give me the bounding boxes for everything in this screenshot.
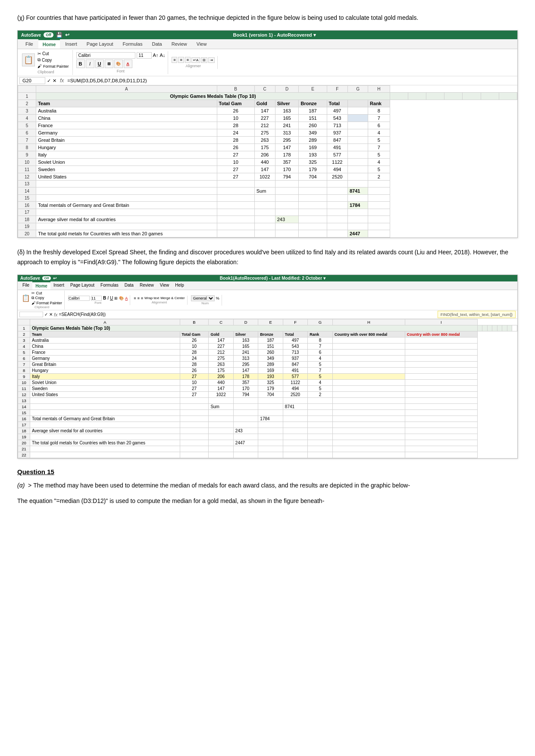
cell2-D18[interactable]: 243 xyxy=(233,428,258,434)
col-header-C[interactable]: C xyxy=(254,86,275,93)
cell-D18[interactable]: 243 xyxy=(275,216,299,223)
cell2-H9[interactable] xyxy=(332,374,405,380)
cell-G6[interactable] xyxy=(348,129,368,137)
cell2-D22[interactable] xyxy=(233,452,258,458)
cell2-H17[interactable] xyxy=(332,422,405,428)
cell2-I17[interactable] xyxy=(405,422,477,428)
undo-icon[interactable]: ↩ xyxy=(65,32,69,38)
cell2-A6[interactable]: Germany xyxy=(30,356,180,362)
table-row[interactable]: 15 xyxy=(18,410,517,416)
cell-G19[interactable] xyxy=(348,223,368,230)
cell2-A4[interactable]: China xyxy=(30,344,180,350)
cell-E5[interactable]: 260 xyxy=(299,122,327,129)
cross-icon[interactable]: ✕ xyxy=(53,78,56,84)
cell2-B12[interactable]: 27 xyxy=(180,392,209,398)
cell2-B13[interactable] xyxy=(180,398,209,404)
cell2-I10[interactable] xyxy=(405,380,477,386)
cell2-G18[interactable] xyxy=(308,428,332,434)
col-header-H[interactable]: H xyxy=(368,86,390,93)
cell2-H11[interactable] xyxy=(332,386,405,392)
cell-A16[interactable]: Total mentals of Germany and Great Brita… xyxy=(36,202,217,209)
cell2-F14[interactable]: 8741 xyxy=(283,404,307,410)
cell2-A3[interactable]: Australia xyxy=(30,337,180,344)
cell2-H3[interactable] xyxy=(332,337,405,344)
fill-color-btn2[interactable]: 🎨 xyxy=(119,296,124,300)
cell2-H12[interactable] xyxy=(332,392,405,398)
font-grow-icon[interactable]: A↑ xyxy=(153,53,159,58)
cell-E6[interactable]: 349 xyxy=(299,129,327,137)
cell2-D5[interactable]: 241 xyxy=(233,350,258,356)
cell-F7[interactable]: 847 xyxy=(327,137,347,144)
cell2-I5[interactable] xyxy=(405,350,477,356)
cell2-G9[interactable]: 5 xyxy=(308,374,332,380)
cell-B2[interactable]: Total Gam xyxy=(217,100,254,107)
cell2-I21[interactable] xyxy=(405,446,477,452)
align-left-button[interactable]: ≡ xyxy=(172,57,177,63)
cell2-C11[interactable]: 147 xyxy=(209,386,233,392)
cell2-D20[interactable]: 2447 xyxy=(233,440,258,446)
cell-A8[interactable]: Hungary xyxy=(36,144,217,151)
cell-C5[interactable]: 212 xyxy=(254,122,275,129)
col-header2-H[interactable]: H xyxy=(332,319,405,325)
cell2-F12[interactable]: 2520 xyxy=(283,392,307,398)
table-row[interactable]: 18Average silver medal for all countries… xyxy=(18,216,517,223)
cell-F15[interactable] xyxy=(327,195,347,202)
cell-G17[interactable] xyxy=(348,209,368,216)
cell-B15[interactable] xyxy=(217,195,254,202)
cell2-C4[interactable]: 227 xyxy=(209,344,233,350)
cell2-H21[interactable] xyxy=(332,446,405,452)
cell2-F17[interactable] xyxy=(283,422,307,428)
cell-H2[interactable]: Rank xyxy=(368,100,390,107)
cell2-C6[interactable]: 275 xyxy=(209,356,233,362)
cell-B9[interactable]: 27 xyxy=(217,151,254,159)
font-size2[interactable] xyxy=(91,296,102,301)
cell-B12[interactable]: 27 xyxy=(217,173,254,181)
cell2-B9[interactable]: 27 xyxy=(180,374,209,380)
cell-H15[interactable] xyxy=(368,195,390,202)
cell2-B3[interactable]: 26 xyxy=(180,337,209,344)
cell2-G11[interactable]: 5 xyxy=(308,386,332,392)
cell-D3[interactable]: 163 xyxy=(275,107,299,115)
cell-D15[interactable] xyxy=(275,195,299,202)
cell2-F6[interactable]: 937 xyxy=(283,356,307,362)
cell-G7[interactable] xyxy=(348,137,368,144)
table-row[interactable]: 20The total gold metals for Countries wi… xyxy=(18,440,517,446)
cell2-I19[interactable] xyxy=(405,434,477,440)
cell-H1[interactable] xyxy=(499,93,517,100)
cell-F17[interactable] xyxy=(327,209,347,216)
table-row[interactable]: 1Olympic Games Medals Table (Top 10) xyxy=(18,325,517,331)
cell2-A5[interactable]: France xyxy=(30,350,180,356)
border-button[interactable]: ⊞ xyxy=(105,59,113,68)
cell2-I1[interactable] xyxy=(512,325,517,331)
cell-F16[interactable] xyxy=(327,202,347,209)
cell-D13[interactable] xyxy=(275,181,299,187)
cell-A14[interactable] xyxy=(36,187,217,195)
cell2-B7[interactable]: 28 xyxy=(180,362,209,368)
copy-button[interactable]: ⧉ Copy xyxy=(37,57,70,63)
table-row[interactable]: 7Great Britain282632952898475 xyxy=(18,362,517,368)
cell2-F10[interactable]: 1122 xyxy=(283,380,307,386)
cell2-E12[interactable]: 704 xyxy=(258,392,283,398)
cell-B17[interactable] xyxy=(217,209,254,216)
cell2-C3[interactable]: 147 xyxy=(209,337,233,344)
cell2-C12[interactable]: 1022 xyxy=(209,392,233,398)
cell2-C18[interactable] xyxy=(209,428,233,434)
checkmark-icon[interactable]: ✓ xyxy=(47,78,51,84)
paste-icon2[interactable]: 📋 xyxy=(22,294,30,302)
cell2-E20[interactable] xyxy=(258,440,283,446)
cell-G3[interactable] xyxy=(348,107,368,115)
cell2-B19[interactable] xyxy=(180,434,209,440)
cell2-H13[interactable] xyxy=(332,398,405,404)
cell-H10[interactable]: 4 xyxy=(368,159,390,166)
cell2-I3[interactable] xyxy=(405,337,477,344)
cell2-D19[interactable] xyxy=(233,434,258,440)
cell-A6[interactable]: Germany xyxy=(36,129,217,137)
cell2-C2[interactable]: Gold xyxy=(209,331,233,337)
cell2-F5[interactable]: 713 xyxy=(283,350,307,356)
italic-btn2[interactable]: I xyxy=(107,296,109,300)
cell-A3[interactable]: Australia xyxy=(36,107,217,115)
cell-H19[interactable] xyxy=(368,223,390,230)
cell2-A10[interactable]: Soviet Union xyxy=(30,380,180,386)
align-right2[interactable]: ≡ xyxy=(141,296,143,300)
cell2-F1[interactable] xyxy=(497,325,502,331)
